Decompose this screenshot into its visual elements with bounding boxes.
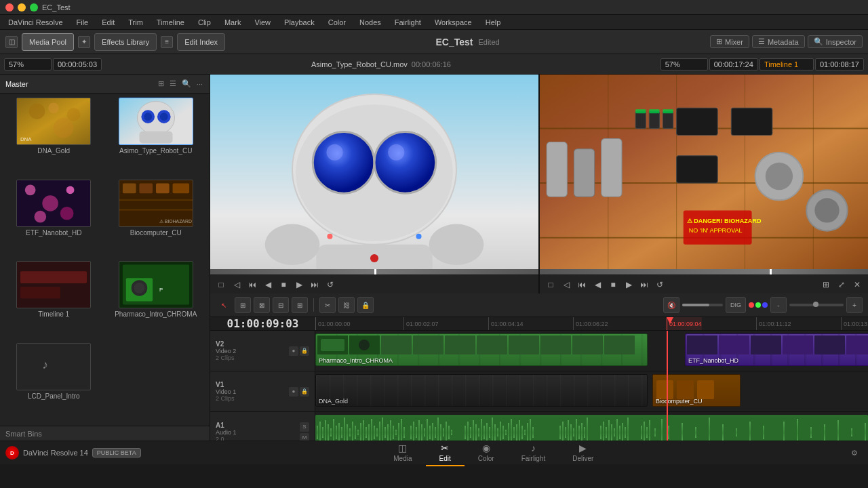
- svg-rect-76: [649, 109, 659, 113]
- menu-edit[interactable]: Edit: [99, 17, 117, 28]
- insert-tool[interactable]: ⊟: [273, 297, 289, 313]
- menu-playback[interactable]: Playback: [281, 17, 317, 28]
- color-switch[interactable]: DIG: [726, 297, 746, 313]
- tab-color[interactable]: ◉ Color: [465, 440, 508, 466]
- bottom-bar: D DaVinci Resolve 14 PUBLIC BETA ◫ Media…: [0, 441, 868, 464]
- stop-right[interactable]: ■: [606, 278, 620, 291]
- lock-tool[interactable]: 🔒: [357, 297, 374, 313]
- svg-rect-163: [562, 422, 564, 441]
- skip-fwd-left[interactable]: ⏭: [308, 278, 321, 291]
- back-right[interactable]: ◀: [591, 278, 604, 291]
- audio-clip-a1[interactable]: Pharmaco_Intro_CHROMA ▼: [315, 415, 868, 441]
- stop-left[interactable]: ■: [277, 278, 290, 291]
- search-button[interactable]: 🔍: [180, 78, 193, 89]
- media-item-pharmaco[interactable]: P Pharmaco_Intro_CHROMA: [106, 261, 206, 340]
- loop-left[interactable]: ↺: [323, 278, 337, 291]
- skip-back-left[interactable]: ⏮: [245, 278, 259, 291]
- menu-workspace[interactable]: Workspace: [432, 17, 475, 28]
- tab-edit[interactable]: ✂ Edit: [426, 440, 465, 466]
- edit-index-button[interactable]: Edit Index: [177, 33, 225, 51]
- tab-media[interactable]: ◫ Media: [380, 440, 425, 466]
- minus-zoom[interactable]: -: [770, 297, 787, 313]
- settings-gear-button[interactable]: ⚙: [846, 445, 863, 461]
- mixer-button[interactable]: ⊞ Mixer: [710, 35, 749, 48]
- prev-frame-left[interactable]: ◁: [230, 278, 243, 291]
- trim-tool[interactable]: ⊞: [235, 297, 251, 313]
- media-item-robot[interactable]: Asimo_Type_Robot_CU: [106, 98, 206, 177]
- dynamic-trim[interactable]: ⊠: [254, 297, 270, 313]
- expand-right[interactable]: ⤢: [835, 278, 848, 291]
- minimize-btn[interactable]: [18, 3, 26, 12]
- play-left[interactable]: ▶: [292, 278, 306, 291]
- v2-lock[interactable]: 🔒: [300, 346, 309, 356]
- link-tool[interactable]: ⛓: [338, 297, 355, 313]
- menu-clip[interactable]: Clip: [195, 17, 214, 28]
- play-right[interactable]: ▶: [622, 278, 635, 291]
- timeline-label[interactable]: Timeline 1: [760, 58, 814, 70]
- loop-right[interactable]: ↺: [653, 278, 667, 291]
- prev-frame-right[interactable]: ◁: [559, 278, 573, 291]
- menu-file[interactable]: File: [74, 17, 92, 28]
- smart-bins[interactable]: Smart Bins: [0, 426, 210, 441]
- a1-solo[interactable]: S: [300, 422, 309, 432]
- media-item-bio[interactable]: ⚠ BIOHAZARD Biocomputer_CU: [106, 180, 206, 259]
- svg-rect-185: [644, 422, 645, 441]
- tab-fairlight[interactable]: ♪ Fairlight: [508, 440, 559, 466]
- blade-tool[interactable]: ✂: [319, 297, 336, 313]
- overwrite-tool[interactable]: ⊞: [292, 297, 308, 313]
- skip-back-right[interactable]: ⏮: [575, 278, 589, 291]
- aspect-ratio-right[interactable]: □: [544, 278, 557, 291]
- clip-pharmaco-v2[interactable]: Pharmaco_Intro_CHROMA: [315, 333, 648, 366]
- menu-help[interactable]: Help: [483, 17, 504, 28]
- menu-mark[interactable]: Mark: [222, 17, 243, 28]
- v1-enable[interactable]: ●: [289, 387, 298, 396]
- fullscreen-right[interactable]: ⊞: [819, 278, 833, 291]
- mute-btn[interactable]: 🔇: [663, 297, 679, 313]
- metadata-button[interactable]: ☰ Metadata: [752, 35, 805, 48]
- back-left[interactable]: ◀: [261, 278, 275, 291]
- svg-rect-105: [366, 427, 367, 438]
- volume-slider[interactable]: [682, 304, 723, 306]
- view-mode-left[interactable]: 57%: [4, 58, 52, 70]
- inspector-button[interactable]: 🔍 Inspector: [808, 35, 863, 48]
- media-pool-button[interactable]: Media Pool: [22, 33, 74, 51]
- clip-bio-v1[interactable]: Biocomputer_CU: [652, 374, 741, 407]
- svg-text:♪: ♪: [43, 357, 49, 371]
- maximize-btn[interactable]: [30, 3, 38, 12]
- menu-trim[interactable]: Trim: [125, 17, 146, 28]
- preview-right-progress[interactable]: [540, 269, 868, 274]
- menu-timeline[interactable]: Timeline: [154, 17, 187, 28]
- menu-fairlight[interactable]: Fairlight: [392, 17, 424, 28]
- preview-progress-bar[interactable]: [210, 269, 538, 274]
- close-btn[interactable]: [5, 3, 14, 12]
- effects-library-button[interactable]: Effects Library: [94, 33, 157, 51]
- v1-lock[interactable]: 🔒: [300, 387, 309, 396]
- media-item-lcd[interactable]: ♪ LCD_Panel_Intro: [4, 343, 104, 422]
- clip-etf-v2[interactable]: ETF_Nanobot_HD: [685, 333, 868, 366]
- grid-view-button[interactable]: ⊞: [157, 78, 165, 89]
- preview-right-scrubber[interactable]: [770, 269, 772, 274]
- v2-enable[interactable]: ●: [289, 346, 298, 356]
- svg-rect-166: [570, 424, 572, 441]
- track-v1-content: DNA_Gold Biocompu: [315, 371, 868, 411]
- more-options-button[interactable]: ···: [195, 78, 204, 89]
- menu-nodes[interactable]: Nodes: [357, 17, 384, 28]
- tab-deliver[interactable]: ▶ Deliver: [559, 440, 607, 466]
- list-view-button[interactable]: ☰: [168, 78, 178, 89]
- preview-scrubber[interactable]: [374, 269, 376, 274]
- plus-zoom[interactable]: +: [846, 297, 863, 313]
- view-mode-right[interactable]: 57%: [660, 58, 708, 70]
- zoom-slider[interactable]: [789, 304, 844, 306]
- selection-tool[interactable]: ↖: [216, 297, 232, 313]
- menu-view[interactable]: View: [252, 17, 273, 28]
- a1-mute[interactable]: M: [300, 433, 309, 441]
- close-preview[interactable]: ✕: [850, 278, 864, 291]
- menu-color[interactable]: Color: [326, 17, 349, 28]
- skip-fwd-right[interactable]: ⏭: [637, 278, 651, 291]
- media-item-etf[interactable]: ETF_Nanobot_HD: [4, 180, 104, 259]
- menu-davinci[interactable]: DaVinci Resolve: [5, 17, 66, 28]
- media-item-dna-gold[interactable]: DNA DNA_Gold: [4, 98, 104, 177]
- media-item-timeline1[interactable]: Timeline 1: [4, 261, 104, 340]
- aspect-ratio-left[interactable]: □: [214, 278, 228, 291]
- clip-dna-v1[interactable]: DNA_Gold: [315, 374, 648, 407]
